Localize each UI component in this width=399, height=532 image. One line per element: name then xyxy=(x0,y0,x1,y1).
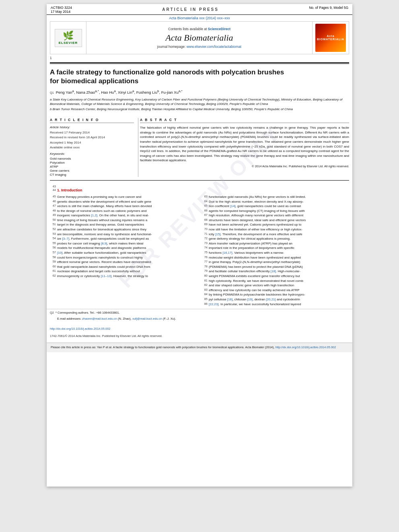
history-label: Article history: xyxy=(50,125,134,129)
ref-18[interactable]: [18] xyxy=(271,269,276,273)
notice-text-main: Please cite this article in press as: Ya… xyxy=(51,345,276,349)
ln-67-text: high resolution. Although many nonviral … xyxy=(209,213,303,218)
ref-15[interactable]: [15] xyxy=(215,232,220,236)
ln-46: 46 xyxy=(50,199,57,204)
ln-69-row: 69have not been achieved yet. Cationic p… xyxy=(202,222,349,227)
ln-63-row: 63functionalize gold nanorods (Au NRs) f… xyxy=(202,195,349,199)
section-title-row: 44 1. Introduction xyxy=(50,188,349,195)
ln-67-row: 67high resolution. Although many nonvira… xyxy=(202,213,349,218)
ln-67: 67 xyxy=(202,213,209,218)
ln-78-text: (PDMAEMA) has been proved to protect the… xyxy=(209,265,303,269)
ref-11-13[interactable]: [11–13] xyxy=(101,274,111,278)
ref-14[interactable]: [14] xyxy=(230,204,235,208)
ln-45-row: 45Gene therapy provides a promising way … xyxy=(50,195,197,199)
journal-link: Acta Biomaterialia xxx (2014) xxx–xxx xyxy=(47,15,352,21)
homepage-url[interactable]: www.elsevier.com/locate/actabiomat xyxy=(187,45,242,49)
ln-79-text: and facilitate cellular transfection eff… xyxy=(209,269,300,274)
article-date: 17 May 2014 xyxy=(51,10,72,14)
author-peng-yan: Peng Yana xyxy=(56,90,74,94)
ln-80-row: 80weight PDMAEMA exhibits excellent gene… xyxy=(202,274,349,279)
author-nana-zhao: Nana Zhaoa,* xyxy=(76,90,99,94)
ln-58-row: 58could form inorganic/organic nanohybri… xyxy=(50,255,197,260)
email1-link[interactable]: zhaonn@mail.buct.edu.cn xyxy=(82,317,117,320)
ln-66-text: agents for computed tomography (CT) imag… xyxy=(209,209,305,214)
ln-50: 50 xyxy=(50,218,57,223)
ln-80: 80 xyxy=(202,274,209,279)
notice-doi-link[interactable]: http://dx.doi.org/10.1016/j.actbio.2014.… xyxy=(276,345,336,349)
ln-84-row: 84by linking PDMAEMA to polysaccharide b… xyxy=(202,292,349,297)
email-footnote: E-mail addresses: zhaonn@mail.buct.edu.c… xyxy=(57,317,349,321)
journal-center-info: Contents lists available at ScienceDirec… xyxy=(86,22,313,54)
ln-85-text: pyl cellulose [18], chitosan [19], dextr… xyxy=(209,297,300,302)
ln-79-row: 79and facilitate cellular transfection e… xyxy=(202,269,349,274)
ln-65-text: tion coefficient [14], gold nanoparticle… xyxy=(209,204,301,209)
ln-73: 73 xyxy=(202,241,209,246)
ln-55-row: 55probes for cancer cell imaging [8,9], … xyxy=(50,241,197,246)
ref-19[interactable]: [19] xyxy=(247,298,253,301)
journal-homepage: journal homepage: www.elsevier.com/locat… xyxy=(157,45,241,49)
ln-53: 53 xyxy=(50,232,57,237)
ref-20-21[interactable]: [20,21] xyxy=(266,298,276,301)
ln-66-row: 66agents for computed tomography (CT) im… xyxy=(202,209,349,214)
email2-name: (F.-J. Xu). xyxy=(163,317,176,320)
email-label: E-mail addresses: xyxy=(57,317,82,320)
sciencedirect-line: Contents lists available at ScienceDirec… xyxy=(168,27,230,31)
ln-73-row: 73Atom transfer radical polymerization (… xyxy=(202,241,349,246)
body-section: 43 44 1. Introduction 45Gene therapy pro… xyxy=(47,183,352,306)
ln-80-text: weight PDMAEMA exhibits excellent gene t… xyxy=(209,274,300,279)
ln-56-text: models for multifunctional therapeutic a… xyxy=(57,246,146,251)
email1-name: (N. Zhao), xyxy=(118,317,132,320)
revised-date: Received in revised form 16 April 2014 xyxy=(50,135,134,140)
ref-3-7[interactable]: [3–7] xyxy=(62,237,69,240)
ln-43-content xyxy=(57,185,349,188)
ln-76-text: molecular-weight distribution have been … xyxy=(209,255,301,260)
ln-72: 72 xyxy=(202,236,209,241)
sciencedirect-link[interactable]: ScienceDirect xyxy=(208,27,230,31)
journal-header: 🌿 ELSEVIER Contents lists available at S… xyxy=(50,21,349,54)
notice-text: Please cite this article in press as: Ya… xyxy=(51,345,348,350)
ln-46-text: genetic disorders while the development … xyxy=(57,199,151,204)
ln-58-text: could form inorganic/organic nanohybrids… xyxy=(57,255,143,260)
ln-70: 70 xyxy=(202,227,209,232)
ln-83: 83 xyxy=(202,288,209,293)
copyright-line: © 2014 Acta Materialia Inc. Published by… xyxy=(140,164,349,168)
email2-link[interactable]: xufj@mail.buct.edu.cn xyxy=(132,317,162,320)
ln-50-row: 50time imaging of living tissues without… xyxy=(50,218,197,223)
ln-72-text: gene delivery strategy for clinical appl… xyxy=(209,236,290,241)
article-page: FOR REVIEW ONLY ACTBIO 3224 17 May 2014 … xyxy=(47,4,352,487)
separator-rule xyxy=(50,180,349,181)
ln-84: 84 xyxy=(202,292,209,297)
ln-82-row: 82and star shaped cationic gene vectors … xyxy=(202,283,349,288)
ref-1-2[interactable]: [1,2] xyxy=(91,214,98,217)
ref-18b[interactable]: [18] xyxy=(227,298,232,301)
ln-58: 58 xyxy=(50,255,57,260)
ln-49: 49 xyxy=(50,213,57,218)
ln-47-row: 47vectors is still the main challenge. M… xyxy=(50,204,197,209)
ref-8-9[interactable]: [8,9] xyxy=(101,242,107,245)
ln-76: 76 xyxy=(202,255,209,260)
intro-title: 1. Introduction xyxy=(57,188,82,192)
ln-68-row: 68structures have been designed, ideal s… xyxy=(202,218,349,223)
ln-62: 62 xyxy=(50,274,57,279)
elsevier-logo-container: 🌿 ELSEVIER xyxy=(50,22,86,54)
ln-81: 81 xyxy=(202,279,209,283)
ln-47: 47 xyxy=(50,204,57,209)
ref-16-17[interactable]: [16,17] xyxy=(222,251,232,255)
acta-logo: ActaBIOMATERIALIA xyxy=(315,24,346,52)
ln-79: 79 xyxy=(202,269,209,274)
ref-10[interactable]: [10] xyxy=(57,251,62,255)
ref-22-23[interactable]: [22,23] xyxy=(209,302,218,306)
ln-69: 69 xyxy=(202,222,209,227)
ln-71-text: icity [15]. Therefore, the development o… xyxy=(209,232,302,237)
ln-82-text: and star shaped cationic gene vectors wi… xyxy=(209,283,294,288)
footnote-q2: Q2 * Corresponding authors. Tel.: +86 10… xyxy=(50,311,349,316)
ln-77: 77 xyxy=(202,260,209,265)
ln-84-text: by linking PDMAEMA to polysaccharide bac… xyxy=(209,292,305,297)
available-date: Available online xxxx xyxy=(50,145,134,150)
elsevier-tree-icon: 🌿 xyxy=(63,31,74,40)
doi-url[interactable]: http://dx.doi.org/10.1016/j.actbio.2014.… xyxy=(50,327,111,331)
journal-title: Acta Biomaterialia xyxy=(165,33,233,43)
intro-left-lines: 45Gene therapy provides a promising way … xyxy=(50,195,197,279)
ln-72-row: 72gene delivery strategy for clinical ap… xyxy=(202,236,349,241)
homepage-label: journal homepage: xyxy=(157,45,187,49)
